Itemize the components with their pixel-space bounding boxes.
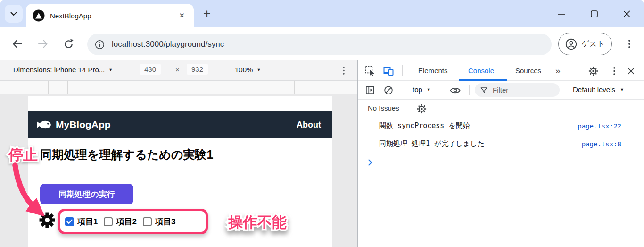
console-message-text: 関数 syncProcess を開始 xyxy=(379,121,470,130)
window-close-button[interactable] xyxy=(619,7,634,21)
dimension-separator: × xyxy=(175,66,180,74)
site-info-icon[interactable] xyxy=(95,40,105,50)
checkbox-2-label: 項目2 xyxy=(116,216,136,227)
back-button[interactable] xyxy=(10,37,25,51)
console-source-link[interactable]: page.tsx:22 xyxy=(578,122,621,130)
kebab-menu-icon xyxy=(628,40,630,48)
zoom-level: 100% xyxy=(235,66,253,74)
chevron-down-icon: ▼ xyxy=(108,68,113,72)
emulated-viewport: MyBlogApp About 同期処理を理解するための実験1 同期処理の実行 xyxy=(0,94,357,247)
browser-window: NextBlogApp ✕ + xyxy=(0,0,644,247)
log-levels-label: Default levels xyxy=(573,85,615,94)
device-height-input[interactable]: 932 xyxy=(187,64,208,75)
devtools-menu-button[interactable] xyxy=(608,65,620,77)
checkbox-2[interactable] xyxy=(104,217,113,226)
eye-icon xyxy=(450,86,461,94)
checkbox-item-1[interactable]: 項目1 xyxy=(65,216,98,227)
checkbox-3[interactable] xyxy=(143,217,152,226)
new-tab-button[interactable]: + xyxy=(200,7,214,21)
kebab-menu-icon xyxy=(343,67,345,75)
browser-toolbar: localhost:3000/playground/sync ゲスト xyxy=(0,27,644,60)
annotation-arrow xyxy=(5,161,54,218)
reload-button[interactable] xyxy=(61,37,75,51)
console-source-link[interactable]: page.tsx:8 xyxy=(582,140,621,148)
filter-input[interactable] xyxy=(492,85,550,94)
sidebar-panel-icon xyxy=(365,85,375,95)
gear-icon xyxy=(588,66,598,76)
tab-elements[interactable]: Elements xyxy=(416,60,450,81)
console-message-row: 関数 syncProcess を開始 page.tsx:22 xyxy=(358,117,644,135)
devtools-settings-button[interactable] xyxy=(587,65,599,77)
nextjs-favicon xyxy=(33,9,45,22)
live-expression-button[interactable] xyxy=(448,84,462,96)
tab-console[interactable]: Console xyxy=(466,60,496,81)
device-ruler xyxy=(0,81,357,94)
device-toggle-button[interactable] xyxy=(382,65,395,77)
devtools-close-button[interactable] xyxy=(625,65,637,77)
device-selector[interactable]: Dimensions: iPhone 14 Pro... ▼ xyxy=(13,66,113,74)
reload-icon xyxy=(63,39,74,50)
back-arrow-icon xyxy=(12,38,23,50)
checkbox-1[interactable] xyxy=(65,217,74,226)
issues-count-label[interactable]: No Issues xyxy=(368,104,399,112)
context-selector-label: top xyxy=(413,85,422,94)
guest-label: ゲスト xyxy=(581,39,604,49)
inspect-element-button[interactable] xyxy=(364,65,376,77)
console-sidebar-button[interactable] xyxy=(364,84,376,96)
divider xyxy=(403,85,403,95)
chevron-down-icon xyxy=(10,12,17,16)
console-filter[interactable] xyxy=(475,83,560,97)
browser-menu-button[interactable] xyxy=(622,37,636,51)
console-message-row: 同期処理 処理1 が完了しました page.tsx:8 xyxy=(358,135,644,153)
device-toolbar-icon xyxy=(383,66,394,76)
disabled-annotation: 操作不能 xyxy=(212,209,303,234)
browser-tab[interactable]: NextBlogApp ✕ xyxy=(26,4,194,27)
url-text[interactable]: localhost:3000/playground/sync xyxy=(112,40,224,49)
address-bar[interactable]: localhost:3000/playground/sync xyxy=(87,34,552,55)
forward-button[interactable] xyxy=(36,37,50,51)
tab-close-icon[interactable]: ✕ xyxy=(176,10,187,21)
context-selector[interactable]: top ▼ xyxy=(413,85,431,94)
disabled-annotation-text: 操作不能 xyxy=(228,214,287,230)
kebab-menu-icon xyxy=(613,67,615,75)
chevron-down-icon: ▼ xyxy=(427,87,431,92)
tab-sources[interactable]: Sources xyxy=(513,60,543,81)
zoom-selector[interactable]: 100% ▼ xyxy=(235,66,261,74)
device-toolbar-menu-button[interactable] xyxy=(338,64,350,77)
console-prompt[interactable] xyxy=(368,159,644,166)
checkbox-1-label: 項目1 xyxy=(77,216,98,227)
more-tabs-button[interactable]: » xyxy=(553,60,562,81)
chevron-down-icon: ▼ xyxy=(620,87,624,92)
nav-link-about[interactable]: About xyxy=(297,120,321,130)
site-header: MyBlogApp About xyxy=(28,111,332,138)
console-toolbar: top ▼ Default levels ▼ xyxy=(358,81,644,100)
gear-icon xyxy=(417,104,427,114)
chevron-down-icon: ▼ xyxy=(256,68,261,72)
window-maximize-button[interactable] xyxy=(587,7,601,21)
run-sync-button[interactable]: 同期処理の実行 xyxy=(40,184,133,204)
console-settings-button[interactable] xyxy=(415,102,428,115)
clear-console-icon xyxy=(384,85,393,95)
guest-avatar-icon xyxy=(565,38,577,50)
filter-funnel-icon xyxy=(480,87,487,94)
console-message-text: 同期処理 処理1 が完了しました xyxy=(379,139,485,148)
console-message-area: 関数 syncProcess を開始 page.tsx:22 同期処理 処理1 … xyxy=(358,117,644,166)
guest-profile-button[interactable]: ゲスト xyxy=(558,33,612,55)
check-icon xyxy=(66,219,73,224)
window-minimize-button[interactable] xyxy=(554,7,569,21)
forward-arrow-icon xyxy=(37,38,49,50)
devtools-tab-bar: Elements Console Sources » xyxy=(358,60,644,81)
page-heading: 同期処理を理解するための実験1 xyxy=(40,147,213,162)
checkbox-group-highlight: 項目1 項目2 項目3 xyxy=(58,209,208,234)
checkbox-item-2[interactable]: 項目2 xyxy=(104,216,136,227)
clear-console-button[interactable] xyxy=(382,84,395,96)
close-icon xyxy=(627,68,635,75)
device-width-input[interactable]: 430 xyxy=(140,64,161,75)
maximize-icon xyxy=(590,10,598,18)
inspect-icon xyxy=(365,66,375,77)
tab-title: NextBlogApp xyxy=(50,12,176,20)
checkbox-item-3[interactable]: 項目3 xyxy=(143,216,175,227)
site-brand[interactable]: MyBlogApp xyxy=(56,119,111,130)
log-levels-selector[interactable]: Default levels ▼ xyxy=(573,85,624,94)
tab-search-button[interactable] xyxy=(5,5,23,23)
